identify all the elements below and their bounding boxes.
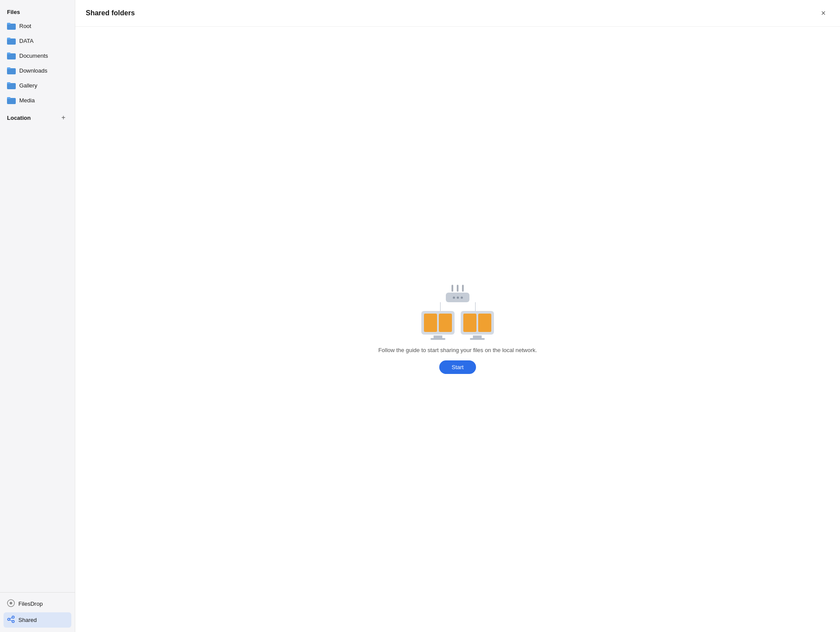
svg-rect-9 [7, 82, 10, 84]
location-header: Location + [4, 108, 71, 126]
sidebar: Files Root DATA [0, 0, 75, 632]
connector-line-right [475, 302, 476, 311]
router-dot-3 [461, 297, 463, 299]
folder-icon [7, 36, 16, 45]
computer-right [461, 311, 494, 340]
empty-state: Follow the guide to start sharing your f… [75, 27, 840, 632]
sidebar-item-root-label: Root [19, 23, 31, 29]
add-location-button[interactable]: + [59, 113, 68, 122]
antenna-middle [457, 285, 458, 292]
location-section-title: Location [7, 115, 31, 121]
sidebar-item-gallery[interactable]: Gallery [4, 78, 71, 92]
connector-line-left [440, 302, 441, 311]
svg-rect-11 [7, 97, 10, 99]
svg-rect-3 [7, 38, 10, 39]
folder-icon [7, 81, 16, 90]
monitor-base-right [470, 338, 485, 340]
sidebar-item-media[interactable]: Media [4, 93, 71, 107]
sidebar-item-data[interactable]: DATA [4, 34, 71, 48]
sidebar-item-shared[interactable]: Shared [4, 612, 71, 628]
filesdrop-icon [7, 599, 15, 608]
router-body [446, 293, 469, 302]
sidebar-item-filesdrop[interactable]: FilesDrop [4, 596, 71, 611]
monitor-right [461, 311, 494, 335]
folder-card-3 [463, 314, 476, 332]
svg-point-15 [8, 618, 10, 621]
router-dot-2 [457, 297, 459, 299]
svg-rect-5 [7, 52, 10, 54]
folder-icon [7, 21, 16, 30]
page-title: Shared folders [86, 9, 135, 17]
sidebar-item-filesdrop-label: FilesDrop [18, 601, 43, 607]
svg-rect-4 [7, 53, 16, 59]
router-icon [444, 285, 471, 302]
antenna-left [452, 285, 453, 292]
router-antennas [452, 285, 464, 292]
start-button[interactable]: Start [439, 360, 476, 374]
empty-state-description: Follow the guide to start sharing your f… [378, 347, 537, 353]
folder-icon [7, 66, 16, 75]
router-dot-1 [453, 297, 455, 299]
svg-rect-6 [7, 68, 16, 74]
svg-rect-8 [7, 83, 16, 89]
svg-rect-7 [7, 67, 10, 69]
network-illustration [421, 285, 494, 340]
main-content: Shared folders × [75, 0, 840, 632]
sidebar-item-documents-label: Documents [19, 52, 48, 59]
folder-card-4 [478, 314, 491, 332]
files-section-title: Files [4, 7, 71, 19]
computer-left [421, 311, 455, 340]
sidebar-item-downloads-label: Downloads [19, 67, 47, 74]
svg-rect-0 [7, 24, 16, 30]
sidebar-item-downloads[interactable]: Downloads [4, 63, 71, 77]
sidebar-item-documents[interactable]: Documents [4, 49, 71, 63]
sidebar-item-root[interactable]: Root [4, 19, 71, 33]
svg-line-17 [10, 618, 12, 619]
sidebar-bottom: FilesDrop Shared [0, 592, 75, 632]
svg-rect-10 [7, 98, 16, 104]
svg-point-13 [10, 602, 12, 604]
svg-line-18 [10, 620, 12, 621]
folder-card-2 [439, 314, 452, 332]
sidebar-item-gallery-label: Gallery [19, 82, 37, 89]
main-header: Shared folders × [75, 0, 840, 27]
folder-icon [7, 51, 16, 60]
folder-icon [7, 96, 16, 105]
folder-card-1 [424, 314, 437, 332]
computers [421, 311, 494, 340]
close-button[interactable]: × [817, 7, 830, 19]
sidebar-item-data-label: DATA [19, 38, 34, 44]
svg-rect-1 [7, 23, 10, 24]
sidebar-item-media-label: Media [19, 97, 35, 104]
svg-point-14 [12, 616, 14, 618]
monitor-left [421, 311, 455, 335]
sidebar-item-shared-label: Shared [18, 617, 37, 623]
connector-lines [423, 302, 493, 311]
svg-rect-2 [7, 38, 16, 45]
monitor-base-left [430, 338, 445, 340]
sidebar-top: Files Root DATA [0, 0, 75, 592]
antenna-right [462, 285, 464, 292]
shared-icon [7, 615, 15, 625]
svg-point-16 [12, 621, 14, 623]
